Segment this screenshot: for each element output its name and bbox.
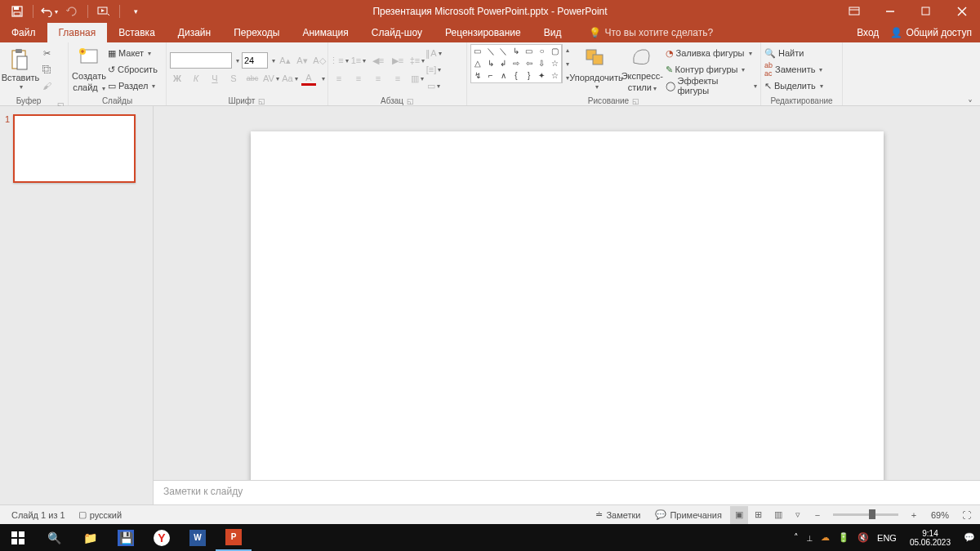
close-icon[interactable] bbox=[944, 0, 980, 23]
word-button[interactable]: W bbox=[180, 524, 216, 551]
notes-pane[interactable]: Заметки к слайду bbox=[154, 480, 980, 504]
new-slide-button[interactable]: Создать слайд ▾ bbox=[72, 44, 106, 95]
tab-home[interactable]: Главная bbox=[47, 23, 108, 42]
tray-expand-icon[interactable]: ˄ bbox=[794, 532, 799, 543]
battery-icon[interactable]: 🔋 bbox=[838, 532, 849, 543]
reset-button[interactable]: ↺Сбросить bbox=[108, 62, 158, 77]
decrease-indent-icon[interactable]: ◀≡ bbox=[371, 53, 385, 68]
sorter-view-icon[interactable]: ⊞ bbox=[750, 506, 768, 524]
tab-view[interactable]: Вид bbox=[532, 23, 573, 42]
comments-toggle[interactable]: 💬Примечания bbox=[648, 509, 728, 520]
section-button[interactable]: ▭Раздел▾ bbox=[108, 78, 158, 93]
clear-format-icon[interactable]: A◇ bbox=[312, 53, 327, 68]
bullets-icon[interactable]: ⋮≡▾ bbox=[332, 53, 346, 68]
replace-button[interactable]: abacЗаменить▾ bbox=[764, 62, 823, 77]
signin-link[interactable]: Вход bbox=[857, 27, 879, 38]
bold-button[interactable]: Ж bbox=[170, 71, 185, 86]
zoom-level[interactable]: 69% bbox=[924, 510, 956, 520]
keyboard-lang[interactable]: ENG bbox=[877, 533, 897, 543]
app-button-1[interactable]: 💾 bbox=[108, 524, 144, 551]
copy-icon[interactable]: ⿻ bbox=[39, 62, 54, 77]
collapse-ribbon-icon[interactable]: ˬ bbox=[960, 42, 980, 105]
increase-font-icon[interactable]: A▴ bbox=[278, 53, 292, 68]
tab-transitions[interactable]: Переходы bbox=[222, 23, 291, 42]
align-right-icon[interactable]: ≡ bbox=[371, 71, 385, 86]
tell-me-input[interactable]: 💡 Что вы хотите сделать? bbox=[589, 23, 713, 42]
char-spacing-icon[interactable]: AV▾ bbox=[264, 71, 278, 86]
layout-button[interactable]: ▦Макет▾ bbox=[108, 46, 158, 60]
font-family-combo[interactable] bbox=[170, 52, 232, 69]
clock[interactable]: 9:14 05.06.2023 bbox=[905, 529, 956, 547]
shape-outline-button[interactable]: ✎Контур фигуры▾ bbox=[666, 62, 757, 77]
reading-view-icon[interactable]: ▥ bbox=[769, 506, 787, 524]
undo-icon[interactable]: ▾ bbox=[38, 1, 60, 22]
tab-design[interactable]: Дизайн bbox=[167, 23, 222, 42]
wifi-icon[interactable]: ⟂ bbox=[807, 533, 813, 543]
cut-icon[interactable]: ✂ bbox=[39, 46, 54, 60]
paste-button[interactable]: Вставить ▾ bbox=[3, 44, 38, 95]
ribbon-display-icon[interactable] bbox=[836, 0, 872, 23]
underline-button[interactable]: Ч bbox=[207, 71, 222, 86]
decrease-font-icon[interactable]: A▾ bbox=[295, 53, 310, 68]
format-painter-icon[interactable]: 🖌 bbox=[39, 78, 54, 93]
yandex-button[interactable]: Y bbox=[144, 524, 180, 551]
change-case-icon[interactable]: Aa▾ bbox=[283, 71, 297, 86]
align-text-icon[interactable]: [≡]▾ bbox=[426, 62, 441, 77]
gallery-up-icon[interactable]: ▴ bbox=[563, 44, 572, 56]
quick-styles-button[interactable]: Экспресс- стили▾ bbox=[621, 44, 664, 95]
smartart-icon[interactable]: ▭▾ bbox=[426, 78, 441, 93]
tab-slideshow[interactable]: Слайд-шоу bbox=[360, 23, 434, 42]
justify-icon[interactable]: ≡ bbox=[390, 71, 405, 86]
numbering-icon[interactable]: 1≡▾ bbox=[351, 53, 366, 68]
explorer-button[interactable]: 📁 bbox=[72, 524, 108, 551]
line-spacing-icon[interactable]: ‡≡▾ bbox=[410, 53, 425, 68]
maximize-icon[interactable] bbox=[908, 0, 944, 23]
tab-review[interactable]: Рецензирование bbox=[434, 23, 532, 42]
align-center-icon[interactable]: ≡ bbox=[351, 71, 366, 86]
zoom-slider[interactable] bbox=[833, 513, 898, 516]
italic-button[interactable]: К bbox=[189, 71, 203, 86]
zoom-in-icon[interactable]: + bbox=[905, 506, 923, 524]
start-button[interactable] bbox=[0, 524, 36, 551]
select-button[interactable]: ↖Выделить▾ bbox=[764, 78, 823, 93]
fit-window-icon[interactable]: ⛶ bbox=[957, 506, 975, 524]
language-status[interactable]: ▢русский bbox=[72, 509, 128, 520]
shape-fill-button[interactable]: ◔Заливка фигуры▾ bbox=[666, 46, 757, 60]
shape-effects-button[interactable]: ◯Эффекты фигуры▾ bbox=[666, 78, 757, 93]
tab-animations[interactable]: Анимация bbox=[291, 23, 359, 42]
slide-canvas[interactable] bbox=[251, 131, 884, 487]
dialog-launcher-icon[interactable]: ◱ bbox=[258, 97, 265, 105]
tab-file[interactable]: Файл bbox=[0, 23, 47, 42]
qat-more-icon[interactable]: ▾ bbox=[125, 1, 146, 22]
start-from-beginning-icon[interactable] bbox=[93, 1, 114, 22]
volume-icon[interactable]: 🔇 bbox=[858, 532, 869, 543]
slide-counter[interactable]: Слайд 1 из 1 bbox=[5, 510, 72, 520]
text-direction-icon[interactable]: ‖A▾ bbox=[426, 46, 441, 60]
dialog-launcher-icon[interactable]: ◱ bbox=[632, 97, 639, 105]
zoom-out-icon[interactable]: − bbox=[808, 506, 826, 524]
slide-editor[interactable] bbox=[154, 106, 980, 504]
save-icon[interactable] bbox=[7, 1, 28, 22]
font-size-combo[interactable] bbox=[242, 52, 268, 69]
slideshow-view-icon[interactable]: ▿ bbox=[789, 506, 807, 524]
slide-thumbnail-1[interactable] bbox=[13, 114, 136, 183]
shadow-button[interactable]: S bbox=[226, 71, 241, 86]
notes-toggle[interactable]: ≐Заметки bbox=[589, 509, 647, 520]
minimize-icon[interactable] bbox=[872, 0, 908, 23]
tab-insert[interactable]: Вставка bbox=[107, 23, 167, 42]
dialog-launcher-icon[interactable]: ◱ bbox=[407, 97, 414, 105]
columns-icon[interactable]: ▥▾ bbox=[410, 71, 425, 86]
powerpoint-button[interactable]: P bbox=[216, 524, 252, 551]
gallery-down-icon[interactable]: ▾ bbox=[563, 58, 572, 69]
notifications-icon[interactable]: 💬 bbox=[964, 532, 975, 543]
onedrive-icon[interactable]: ☁ bbox=[821, 532, 830, 543]
strike-button[interactable]: abc bbox=[245, 71, 260, 86]
redo-icon[interactable] bbox=[61, 1, 82, 22]
normal-view-icon[interactable]: ▣ bbox=[730, 506, 748, 524]
share-button[interactable]: 👤 Общий доступ bbox=[890, 27, 972, 38]
arrange-button[interactable]: Упорядочить▾ bbox=[573, 44, 619, 95]
font-color-icon[interactable]: A bbox=[301, 71, 316, 86]
search-button[interactable]: 🔍 bbox=[36, 524, 72, 551]
find-button[interactable]: 🔍Найти bbox=[764, 46, 823, 60]
increase-indent-icon[interactable]: ▶≡ bbox=[390, 53, 405, 68]
